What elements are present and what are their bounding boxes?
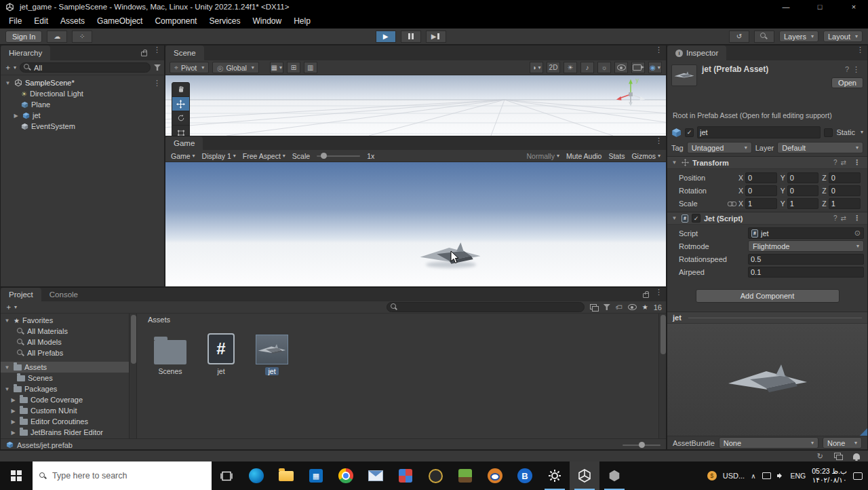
jet-script-header[interactable]: ▼ ✓ Jet (Script) ? ⇄ ⋮ [667,212,867,225]
menu-edit[interactable]: Edit [28,14,54,29]
maximize-button[interactable]: □ [806,0,834,14]
close-button[interactable]: × [840,0,868,14]
mute-audio-toggle[interactable]: Mute Audio [566,152,602,160]
transform-header[interactable]: ▼ Transform ? ⇄ ⋮ [667,156,867,169]
increment-snap-icon[interactable]: ⊞ [287,62,300,73]
scene-row[interactable]: ▼ SampleScene* ⋮ [1,77,164,88]
tray-expand-chevron[interactable]: ∧ [751,472,755,480]
rotate-tool[interactable] [172,111,189,126]
2d-toggle[interactable]: 2D [547,62,560,73]
panel-menu-icon[interactable]: ⋮ [652,288,666,301]
content-scrollbar[interactable] [658,314,666,438]
notification-bell-icon[interactable] [853,453,860,459]
play-button[interactable]: ▶ [376,31,396,43]
taskbar-search[interactable] [33,461,212,490]
presets-icon[interactable]: ⇄ [841,214,846,222]
stats-toggle[interactable]: Stats [608,152,625,160]
tab-hierarchy[interactable]: Hierarchy [1,45,50,60]
tree-code-coverage[interactable]: ▶Code Coverage [1,394,129,405]
rotation-z-input[interactable] [829,185,861,196]
menu-services[interactable]: Services [203,14,246,29]
position-y-input[interactable] [787,172,819,183]
step-button[interactable]: ▶ [426,31,446,43]
taskbar-app-file-explorer[interactable] [271,461,301,490]
hierarchy-item-plane[interactable]: Plane [1,99,164,110]
tab-inspector[interactable]: Inspector [667,45,726,60]
cloud-services-button[interactable]: ☁ [47,31,67,43]
tree-all-prefabs[interactable]: All Prefabs [1,347,129,358]
orientation-gizmo[interactable] [613,77,648,113]
lock-icon[interactable] [640,288,652,301]
create-add-button[interactable]: ＋▾ [5,302,17,312]
scene-canvas[interactable]: y [165,75,666,136]
project-search-input[interactable] [401,303,580,312]
tree-scenes[interactable]: Scenes [1,373,129,383]
lock-icon[interactable] [138,45,150,60]
menu-gameobject[interactable]: GameObject [91,14,149,29]
asset-item-scenes[interactable]: Scenes [148,331,193,375]
layout-dropdown[interactable]: Layout▾ [823,31,863,42]
taskbar-app-mail[interactable] [361,461,391,490]
chevron-down-icon[interactable]: ▾ [861,130,863,135]
taskbar-app-tiles[interactable] [391,461,420,490]
taskbar-app-unity-editor[interactable] [570,461,599,490]
scale-z-input[interactable] [829,198,861,209]
asset-item-jet-prefab[interactable]: jet [250,331,294,375]
game-canvas[interactable] [165,162,666,286]
presets-icon[interactable]: ⇄ [841,159,846,166]
rect-tool[interactable] [172,126,189,136]
taskbar-app-green-cube[interactable] [450,461,480,490]
minimize-button[interactable]: — [772,0,800,14]
gizmos-dropdown[interactable]: Gizmos▾ [631,152,660,160]
scale-y-input[interactable] [787,198,819,209]
taskbar-app-edge[interactable] [241,461,271,490]
audio-toggle-icon[interactable]: ♪ [580,62,594,73]
hidden-packages-icon[interactable] [628,304,637,310]
search-by-label-icon[interactable]: 🏷 [616,303,623,311]
speaker-icon[interactable] [777,472,785,480]
uniform-scale-link-icon[interactable] [728,200,736,207]
scale-slider[interactable] [317,155,360,157]
position-x-input[interactable] [745,172,777,183]
thumbnail-size-slider[interactable] [623,445,660,446]
tree-newtonsoft-json[interactable]: ▶Newtonsoft Json [1,438,129,438]
tree-assets[interactable]: ▼Assets [1,362,129,373]
tab-project[interactable]: Project [1,288,41,301]
preview-area[interactable] [667,324,867,436]
menu-window[interactable]: Window [246,14,288,29]
language-indicator[interactable]: ENG [791,472,806,480]
help-icon[interactable]: ? [833,159,837,166]
menu-component[interactable]: Component [149,14,203,29]
start-button[interactable] [0,461,33,490]
header-menu-icon[interactable]: ⋮ [849,65,863,74]
panel-menu-icon[interactable]: ⋮ [652,45,666,60]
sign-in-button[interactable]: Sign In [5,31,42,43]
hierarchy-search-field[interactable] [20,62,151,73]
taskbar-app-chrome[interactable] [331,461,361,490]
effects-toggle-icon[interactable]: ☼ [597,62,611,73]
hierarchy-search-input[interactable] [34,64,146,72]
airpeed-input[interactable] [748,267,864,278]
pause-button[interactable] [401,31,421,43]
tree-editor-coroutines[interactable]: ▶Editor Coroutines [1,416,129,427]
tree-jetbrains-rider-editor[interactable]: ▶JetBrains Rider Editor [1,427,129,438]
taskbar-app-settings[interactable] [540,461,570,490]
enabled-checkbox[interactable]: ✓ [692,214,701,223]
panel-menu-icon[interactable]: ⋮ [150,45,164,60]
move-tool[interactable] [172,97,189,111]
panel-menu-icon[interactable]: ⋮ [853,45,867,60]
asset-item-jet-script[interactable]: jet [199,331,243,375]
task-view-button[interactable] [212,461,241,490]
component-menu-icon[interactable]: ⋮ [850,158,864,167]
assetbundle-variant-dropdown[interactable]: None▾ [823,437,862,449]
component-menu-icon[interactable]: ⋮ [850,214,864,223]
hierarchy-item-eventsystem[interactable]: EventSystem [1,121,164,132]
currency-ticker[interactable]: USD... [723,472,745,480]
hierarchy-item-jet[interactable]: ▶ jet [1,110,164,121]
pivot-dropdown[interactable]: ⌖Pivot▾ [170,62,209,73]
taskbar-clock[interactable]: 05:23 ب.ظ ۱۴۰۲/۰۸/۱۰ [812,467,847,485]
display-target-dropdown[interactable]: Game▾ [171,152,195,160]
search-by-type-icon[interactable] [604,304,610,310]
tree-all-models[interactable]: All Models [1,337,129,347]
position-z-input[interactable] [829,172,861,183]
